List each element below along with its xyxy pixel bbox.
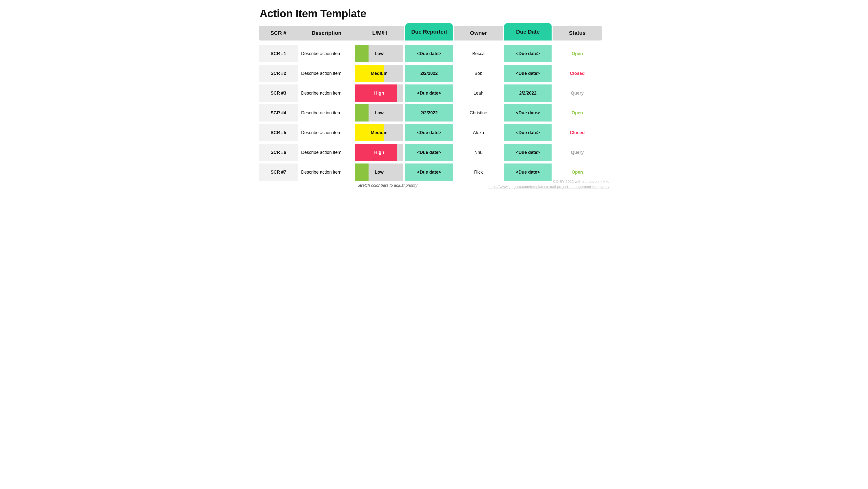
owner-cell: Christine bbox=[454, 104, 503, 122]
owner-cell: Rick bbox=[454, 163, 503, 181]
description-cell: Describe action item bbox=[298, 124, 355, 141]
priority-cell[interactable]: Low bbox=[355, 45, 403, 62]
priority-label: High bbox=[374, 150, 384, 155]
due-reported-cell: <Due date> bbox=[405, 124, 453, 141]
scr-cell: SCR #2 bbox=[259, 65, 298, 82]
status-cell: Open bbox=[553, 163, 602, 181]
priority-cell[interactable]: Medium bbox=[355, 65, 403, 82]
priority-cell[interactable]: Low bbox=[355, 163, 403, 181]
scr-cell: SCR #7 bbox=[259, 163, 298, 181]
header-due-reported: Due Reported bbox=[405, 23, 453, 40]
priority-label: High bbox=[374, 91, 384, 96]
table-row: SCR #3Describe action itemHigh<Due date>… bbox=[259, 85, 609, 102]
owner-cell: Nhu bbox=[454, 144, 503, 161]
description-cell: Describe action item bbox=[298, 144, 355, 161]
header-due-date: Due Date bbox=[504, 23, 552, 40]
header-lmh: L/M/H bbox=[355, 26, 404, 40]
table-header: SCR # Description L/M/H Due Reported Own… bbox=[259, 26, 609, 40]
table-row: SCR #2Describe action itemMedium2/2/2022… bbox=[259, 65, 609, 82]
priority-label: Low bbox=[375, 51, 383, 56]
due-date-cell: <Due date> bbox=[504, 144, 552, 161]
attribution-link: https://www.getguru.com/templates/excel-… bbox=[489, 184, 609, 189]
scr-cell: SCR #1 bbox=[259, 45, 298, 62]
table-body: SCR #1Describe action itemLow<Due date>B… bbox=[259, 45, 609, 181]
table-row: SCR #6Describe action itemHigh<Due date>… bbox=[259, 144, 609, 161]
priority-cell[interactable]: Low bbox=[355, 104, 403, 122]
page-title: Action Item Template bbox=[259, 7, 609, 20]
description-cell: Describe action item bbox=[298, 104, 355, 122]
priority-label: Medium bbox=[371, 71, 388, 76]
owner-cell: Becca bbox=[454, 45, 503, 62]
due-date-cell: <Due date> bbox=[504, 104, 552, 122]
due-date-cell: <Due date> bbox=[504, 65, 552, 82]
owner-cell: Alexa bbox=[454, 124, 503, 141]
table-row: SCR #4Describe action itemLow2/2/2022Chr… bbox=[259, 104, 609, 122]
priority-bar[interactable] bbox=[355, 104, 369, 122]
due-reported-cell: <Due date> bbox=[405, 45, 453, 62]
priority-cell[interactable]: High bbox=[355, 144, 403, 161]
priority-label: Low bbox=[375, 111, 383, 116]
table-row: SCR #7Describe action itemLow<Due date>R… bbox=[259, 163, 609, 181]
attribution-license: CC-BY bbox=[553, 179, 564, 183]
description-cell: Describe action item bbox=[298, 65, 355, 82]
priority-cell[interactable]: High bbox=[355, 85, 403, 102]
owner-cell: Bob bbox=[454, 65, 503, 82]
header-description: Description bbox=[298, 26, 355, 40]
priority-bar[interactable] bbox=[355, 163, 369, 181]
header-status: Status bbox=[553, 26, 602, 40]
priority-label: Low bbox=[375, 170, 383, 175]
status-cell: Query bbox=[553, 85, 602, 102]
due-date-cell: <Due date> bbox=[504, 163, 552, 181]
description-cell: Describe action item bbox=[298, 163, 355, 181]
status-cell: Open bbox=[553, 104, 602, 122]
priority-bar[interactable] bbox=[355, 45, 369, 62]
attribution: CC-BY 2022 with attribution link to http… bbox=[489, 179, 609, 189]
due-date-cell: <Due date> bbox=[504, 124, 552, 141]
attribution-year: 2022 with attribution link to bbox=[564, 179, 609, 183]
priority-cell[interactable]: Medium bbox=[355, 124, 403, 141]
table-row: SCR #1Describe action itemLow<Due date>B… bbox=[259, 45, 609, 62]
due-date-cell: <Due date> bbox=[504, 45, 552, 62]
scr-cell: SCR #4 bbox=[259, 104, 298, 122]
due-date-cell: 2/2/2022 bbox=[504, 85, 552, 102]
description-cell: Describe action item bbox=[298, 85, 355, 102]
header-owner: Owner bbox=[454, 26, 503, 40]
due-reported-cell: <Due date> bbox=[405, 85, 453, 102]
page: Action Item Template SCR # Description L… bbox=[249, 0, 619, 190]
priority-label: Medium bbox=[371, 130, 388, 135]
status-cell: Open bbox=[553, 45, 602, 62]
due-reported-cell: <Due date> bbox=[405, 144, 453, 161]
owner-cell: Leah bbox=[454, 85, 503, 102]
scr-cell: SCR #5 bbox=[259, 124, 298, 141]
due-reported-cell: 2/2/2022 bbox=[405, 65, 453, 82]
header-scr: SCR # bbox=[259, 26, 298, 40]
due-reported-cell: 2/2/2022 bbox=[405, 104, 453, 122]
due-reported-cell: <Due date> bbox=[405, 163, 453, 181]
table-row: SCR #5Describe action itemMedium<Due dat… bbox=[259, 124, 609, 141]
scr-cell: SCR #3 bbox=[259, 85, 298, 102]
status-cell: Closed bbox=[553, 65, 602, 82]
status-cell: Query bbox=[553, 144, 602, 161]
scr-cell: SCR #6 bbox=[259, 144, 298, 161]
description-cell: Describe action item bbox=[298, 45, 355, 62]
status-cell: Closed bbox=[553, 124, 602, 141]
